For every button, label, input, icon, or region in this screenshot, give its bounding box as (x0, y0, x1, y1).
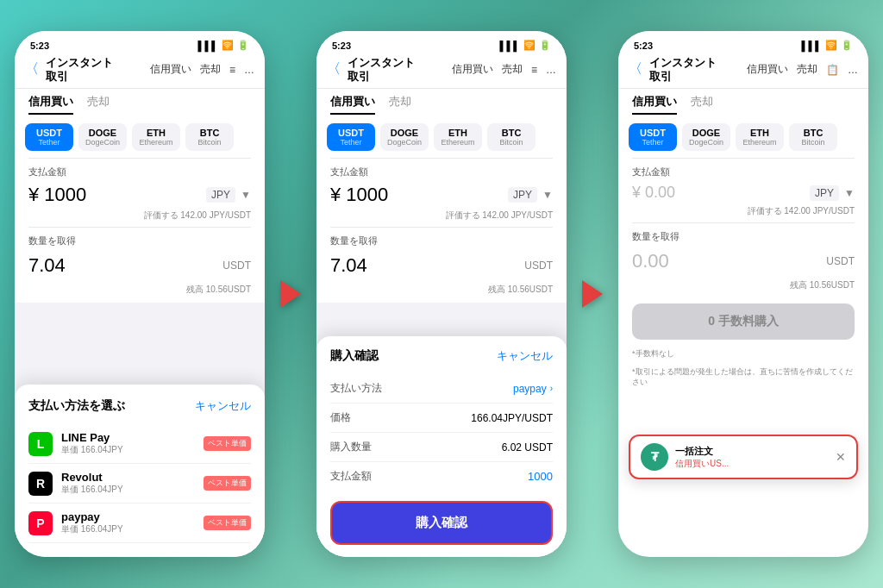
qty-unit-2: USDT (524, 260, 553, 272)
tab-margin-2[interactable]: 信用買い (330, 94, 375, 115)
paypay-rate: 単価 166.04JPY (61, 523, 195, 535)
revolut-badge: ベスト単価 (204, 476, 251, 491)
crypto-doge-1[interactable]: DOGE DogeCoin (78, 123, 127, 151)
list-icon-2[interactable]: ≡ (531, 64, 537, 76)
phone-1: 5:23 ▌▌▌ 🛜 🔋 〈 インスタント 取引 信用買い 売却 ≡ … 信用買… (15, 31, 265, 557)
crypto-eth-3[interactable]: ETH Ethereum (736, 123, 784, 151)
divider-2a (330, 158, 553, 159)
nav-bar-1: 〈 インスタント 取引 信用買い 売却 ≡ … (15, 54, 265, 89)
revolut-info: Revolut 単価 166.04JPY (61, 471, 195, 496)
qty-row-3: 0.00 USDT (618, 245, 868, 278)
nav-right-2: 信用買い 売却 ≡ … (452, 62, 556, 77)
divider-2b (330, 227, 553, 228)
crypto-usdt-1[interactable]: USDT Tether (25, 123, 73, 151)
time-3: 5:23 (634, 41, 653, 51)
signal-icon-1: ▌▌▌ (198, 41, 218, 51)
wifi-icon-2: 🛜 (523, 40, 535, 51)
crypto-usdt-3[interactable]: USDT Tether (629, 123, 677, 151)
nav-title-1: インスタント 取引 (46, 56, 113, 83)
time-2: 5:23 (332, 41, 351, 51)
confirm-button[interactable]: 購入確認 (330, 501, 553, 545)
sheet-cancel-1[interactable]: キャンセル (195, 398, 251, 414)
divider-1a (28, 158, 251, 159)
list-icon-1[interactable]: ≡ (229, 64, 235, 76)
tab-margin-3[interactable]: 信用買い (632, 94, 677, 115)
battery-icon-2: 🔋 (539, 40, 551, 51)
qty-val-3[interactable]: 0.00 (632, 250, 826, 272)
tab-sell-2[interactable]: 売却 (389, 94, 411, 115)
payment-label-1: 支払金額 (15, 160, 265, 180)
back-button-2[interactable]: 〈 (327, 60, 341, 78)
toast-title: 一括注文 (675, 445, 829, 458)
balance-1: 残高 10.56USDT (15, 282, 265, 303)
crypto-doge-3[interactable]: DOGE DogeCoin (682, 123, 730, 151)
buy-btn-3[interactable]: 0 手数料購入 (632, 303, 855, 340)
qty-label-2: 数量を取得 (316, 229, 567, 249)
divider-3b (632, 222, 855, 223)
method-label: 支払い方法 (330, 381, 382, 396)
payment-linepay[interactable]: L LINE Pay 単価 166.04JPY ベスト単価 (28, 424, 251, 464)
signal-icon-3: ▌▌▌ (802, 41, 822, 51)
toast-notification[interactable]: ₮ 一括注文 信用買いUS... ✕ (629, 435, 858, 479)
qty-val-1[interactable]: 7.04 (28, 254, 222, 277)
price-value: 166.04JPY/USDT (471, 412, 553, 424)
payment-revolut[interactable]: R Revolut 単価 166.04JPY ベスト単価 (28, 464, 251, 504)
rate-text-1: 評価する 142.00 JPY/USDT (15, 210, 265, 225)
tab-margin-nav-1[interactable]: 信用買い (150, 62, 191, 77)
nav-bar-3: 〈 インスタント 取引 信用買い 売却 📋 … (618, 54, 868, 89)
status-icons-3: ▌▌▌ 🛜 🔋 (802, 40, 853, 51)
arrow-1 (280, 280, 301, 308)
tab-sell-1[interactable]: 売却 (87, 94, 110, 115)
battery-icon-3: 🔋 (841, 40, 853, 51)
tab-sell-nav-2[interactable]: 売却 (502, 62, 523, 77)
qty-val-2[interactable]: 7.04 (330, 254, 524, 277)
pay-label: 支払金額 (330, 469, 372, 484)
amount-input-2[interactable]: ¥ 1000 (330, 184, 503, 206)
nav-right-3: 信用買い 売却 📋 … (747, 62, 858, 77)
crypto-eth-2[interactable]: ETH Ethereum (434, 123, 482, 151)
phone-3: 5:23 ▌▌▌ 🛜 🔋 〈 インスタント 取引 信用買い 売却 📋 … 信用買… (618, 31, 868, 557)
crypto-eth-1[interactable]: ETH Ethereum (132, 123, 180, 151)
note-1: *手数料なし (618, 345, 868, 363)
wifi-icon-1: 🛜 (222, 40, 234, 51)
crypto-doge-2[interactable]: DOGE DogeCoin (380, 123, 429, 151)
nav-bar-2: 〈 インスタント 取引 信用買い 売却 ≡ … (316, 54, 567, 89)
toast-sub: 信用買いUS... (675, 458, 829, 470)
qty-label-3: 数量を取得 (618, 225, 868, 245)
wifi-icon-3: 🛜 (825, 40, 837, 51)
tab-sell-3[interactable]: 売却 (691, 94, 713, 115)
amount-input-3[interactable]: ¥ 0.00 (632, 184, 805, 202)
sheet-title-1: 支払い方法を選ぶ (28, 398, 125, 414)
linepay-icon: L (28, 432, 53, 456)
amount-input-1[interactable]: ¥ 1000 (28, 184, 201, 206)
pay-value: 1000 (528, 470, 553, 483)
more-icon-1[interactable]: … (244, 64, 254, 76)
confirm-cancel[interactable]: キャンセル (497, 348, 553, 364)
crypto-btc-2[interactable]: BTC Bitcoin (487, 123, 535, 151)
balance-2: 残高 10.56USDT (316, 282, 567, 303)
qty-row-2: 7.04 USDT (316, 249, 567, 282)
tab-sell-nav-1[interactable]: 売却 (200, 62, 221, 77)
method-value: paypay › (513, 383, 553, 395)
payment-paypay[interactable]: P paypay 単価 166.04JPY ベスト単価 (28, 504, 251, 543)
phone-2: 5:23 ▌▌▌ 🛜 🔋 〈 インスタント 取引 信用買い 売却 ≡ … 信用買… (316, 31, 567, 557)
currency-tag-1: JPY (206, 187, 235, 203)
tab-row-1: 信用買い 売却 (15, 89, 265, 115)
tab-margin-1[interactable]: 信用買い (28, 94, 73, 115)
tab-sell-nav-3[interactable]: 売却 (797, 62, 817, 77)
crypto-btc-3[interactable]: BTC Bitcoin (789, 123, 837, 151)
crypto-btc-1[interactable]: BTC Bitcoin (185, 123, 234, 151)
sheet-header-1: 支払い方法を選ぶ キャンセル (28, 398, 251, 414)
more-icon-3[interactable]: … (848, 64, 858, 76)
amount-row-2: ¥ 1000 JPY ▼ (316, 180, 567, 210)
arrow-2 (582, 280, 603, 308)
back-button-3[interactable]: 〈 (629, 60, 642, 78)
tab-margin-nav-3[interactable]: 信用買い (747, 62, 788, 77)
back-button-1[interactable]: 〈 (25, 60, 39, 78)
payment-label-2: 支払金額 (316, 160, 567, 180)
tab-margin-nav-2[interactable]: 信用買い (452, 62, 493, 77)
crypto-usdt-2[interactable]: USDT Tether (327, 123, 375, 151)
toast-close-icon[interactable]: ✕ (836, 450, 846, 464)
more-icon-2[interactable]: … (546, 64, 556, 76)
toast-icon: ₮ (641, 443, 668, 471)
